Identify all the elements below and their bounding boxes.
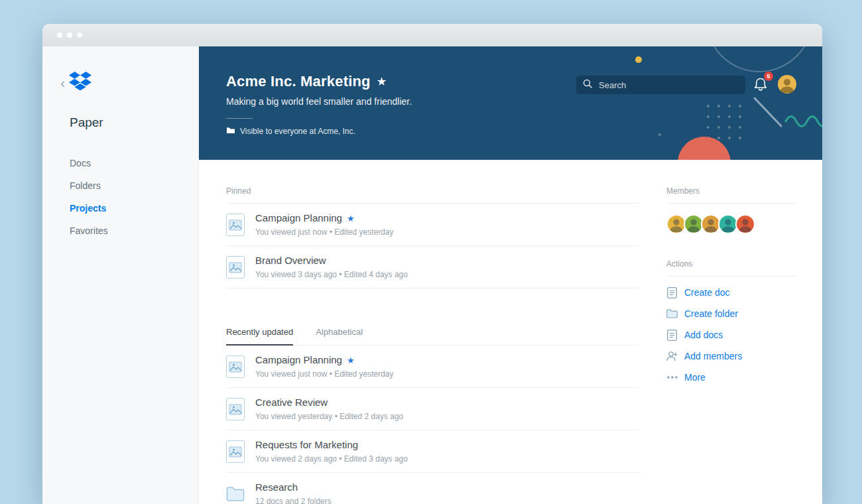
sidebar-item-folders[interactable]: Folders: [70, 180, 108, 191]
list-item[interactable]: Campaign Planning★ You viewed just now •…: [226, 204, 639, 246]
folder-icon: [226, 126, 235, 136]
window-control-dot[interactable]: [67, 32, 72, 38]
document-list-column: Pinned Campaign Planning★: [226, 160, 639, 504]
visibility-text: Visible to everyone at Acme, Inc.: [240, 127, 355, 136]
doc-icon: [666, 287, 678, 298]
tab-recently-updated[interactable]: Recently updated: [226, 327, 293, 346]
add-members-button[interactable]: Add members: [666, 351, 796, 361]
pinned-section-label: Pinned: [226, 186, 639, 204]
decor-dots-grid: [658, 105, 741, 139]
sidebar-item-docs[interactable]: Docs: [70, 158, 108, 168]
doc-icon: [226, 440, 245, 463]
app-title: Paper: [70, 115, 103, 130]
doc-icon: [226, 214, 245, 236]
create-folder-button[interactable]: Create folder: [666, 308, 796, 319]
decor-wave: [786, 117, 822, 127]
decor-arc: [706, 46, 812, 72]
list-item[interactable]: Research 12 docs and 2 folders: [226, 473, 639, 504]
right-rail: Members: [666, 160, 796, 504]
project-subtitle: Making a big world feel smaller and frie…: [226, 96, 412, 107]
star-icon: ★: [347, 355, 355, 365]
doc-icon: [666, 330, 678, 341]
project-header: Acme Inc. Marketing★ Making a big world …: [199, 46, 822, 160]
search-icon: [583, 79, 592, 91]
list-item[interactable]: Campaign Planning★ You viewed just now •…: [226, 346, 639, 388]
doc-title: Requests for Marketing: [255, 439, 358, 450]
add-docs-button[interactable]: Add docs: [666, 330, 796, 340]
favorite-star-icon[interactable]: ★: [377, 76, 387, 87]
window-control-dot[interactable]: [57, 32, 62, 38]
back-chevron-icon[interactable]: ‹: [60, 76, 65, 90]
folder-title: Research: [255, 481, 298, 493]
doc-title: Creative Review: [255, 397, 328, 408]
actions-section-label: Actions: [666, 259, 796, 277]
search-box: [576, 76, 745, 94]
doc-meta: You viewed yesterday • Edited 2 days ago: [255, 412, 403, 421]
action-label: Add members: [684, 351, 742, 361]
header-divider: [226, 118, 253, 119]
user-avatar[interactable]: [778, 75, 796, 94]
search-input[interactable]: [597, 80, 739, 91]
notification-badge: 5: [764, 72, 773, 81]
action-label: Create folder: [684, 308, 738, 319]
sidebar-item-favorites[interactable]: Favorites: [70, 225, 108, 236]
window-titlebar: [42, 24, 822, 46]
visibility-row: Visible to everyone at Acme, Inc.: [226, 126, 412, 136]
action-label: Add docs: [684, 330, 723, 340]
sort-tabs: Recently updated Alphabetical: [226, 327, 639, 346]
doc-icon: [226, 398, 245, 420]
tab-alphabetical[interactable]: Alphabetical: [316, 327, 363, 345]
decor-yellow-dot: [635, 56, 642, 63]
star-icon: ★: [347, 214, 355, 223]
decor-red-circle: [678, 137, 731, 160]
ellipsis-icon: [666, 372, 678, 383]
sidebar-nav: Docs Folders Projects Favorites: [70, 158, 108, 248]
more-button[interactable]: More: [666, 372, 796, 383]
doc-title: Campaign Planning: [255, 354, 342, 365]
action-label: Create doc: [684, 287, 729, 298]
doc-meta: You viewed just now • Edited yesterday: [255, 227, 394, 237]
members-avatars: [666, 214, 796, 234]
doc-title: Brand Overview: [255, 255, 326, 266]
dropbox-logo-icon: [69, 72, 92, 94]
members-section-label: Members: [666, 186, 796, 204]
page-title: Acme Inc. Marketing★: [226, 73, 412, 90]
doc-meta: You viewed just now • Edited yesterday: [255, 369, 394, 379]
doc-title: Campaign Planning: [255, 212, 342, 223]
list-item[interactable]: Brand Overview You viewed 3 days ago • E…: [226, 246, 639, 288]
action-label: More: [684, 372, 706, 383]
doc-meta: You viewed 2 days ago • Edited 3 days ag…: [255, 454, 408, 464]
folder-icon: [226, 483, 245, 504]
folder-meta: 12 docs and 2 folders: [255, 497, 332, 504]
sidebar: ‹ Paper Docs Folders Projects Favorites: [42, 46, 199, 504]
doc-icon: [226, 256, 245, 279]
notifications-bell-icon[interactable]: 5: [751, 75, 770, 94]
window-control-dot[interactable]: [77, 32, 82, 38]
app-window: ‹ Paper Docs Folders Projects Favorites: [42, 24, 822, 504]
list-item[interactable]: Creative Review You viewed yesterday • E…: [226, 388, 639, 430]
project-name: Acme Inc. Marketing: [226, 73, 371, 90]
create-doc-button[interactable]: Create doc: [666, 287, 796, 298]
decor-diagonal-line: [755, 98, 781, 126]
list-item[interactable]: Requests for Marketing You viewed 2 days…: [226, 430, 639, 473]
member-avatar[interactable]: [735, 214, 755, 234]
person-add-icon: [666, 351, 678, 362]
doc-icon: [226, 355, 245, 378]
doc-meta: You viewed 3 days ago • Edited 4 days ag…: [255, 270, 408, 279]
sidebar-item-projects[interactable]: Projects: [70, 203, 108, 214]
folder-icon: [666, 308, 678, 320]
